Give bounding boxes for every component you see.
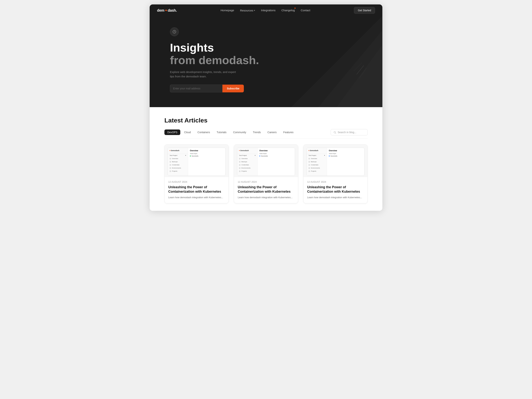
search-placeholder: Search in blog...	[338, 131, 356, 134]
tab-trends[interactable]: Trends	[250, 129, 264, 135]
tabs-list: DevOPS Cloud Containers Tutorials Commun…	[165, 129, 297, 135]
mini-nav-icon	[239, 171, 241, 172]
nav-link-changelog[interactable]: Changelog	[282, 9, 295, 12]
nav-item-changelog[interactable]: Changelog	[282, 9, 295, 12]
mini-stat-row: Successfu	[259, 155, 293, 157]
mini-project-selector: Test Project ▾	[307, 154, 327, 157]
get-started-button[interactable]: Get Started	[354, 7, 375, 14]
card-excerpt: Learn how demodash integration with Kube…	[168, 196, 225, 200]
mini-sidebar: Demodash Test Project ▾ Overview	[168, 148, 188, 176]
mini-nav-icon	[170, 161, 171, 163]
svg-line-4	[359, 68, 367, 78]
card-title: Unleashing the Power of Containerization…	[168, 185, 225, 194]
articles-section: Latest Articles DevOPS Cloud Containers …	[150, 107, 382, 211]
card-body: 12 August 2024 Unleashing the Power of C…	[304, 177, 367, 203]
mini-logo: Demodash	[309, 150, 318, 152]
mini-app-preview: Demodash Test Project ▾ Overview	[306, 148, 364, 176]
tab-containers[interactable]: Containers	[195, 129, 213, 135]
mini-nav-icon	[239, 158, 241, 159]
hero-title: Insights from demodash.	[170, 41, 266, 66]
mini-logo: Demodash	[239, 150, 249, 152]
mini-status-dot	[190, 156, 191, 157]
mini-nav-backups: Backups	[237, 160, 257, 163]
article-card[interactable]: Demodash Test Project ▾ Overview	[234, 145, 298, 203]
mini-nav-icon	[309, 158, 310, 159]
mini-nav-overview: Overview	[237, 157, 257, 160]
tab-devops[interactable]: DevOPS	[165, 129, 180, 135]
mini-nav-credentials: Credentials	[168, 163, 188, 166]
mini-content: Overview Total Deplo Successfu	[327, 148, 364, 176]
mini-stat-label: Total Deplo	[329, 153, 362, 154]
card-body: 12 August 2024 Unleashing the Power of C…	[234, 177, 298, 203]
article-card[interactable]: Demodash Test Project ▾ Overview	[165, 145, 229, 203]
clock-icon	[172, 30, 176, 34]
mini-status-dot	[259, 156, 260, 157]
mini-sidebar: Demodash Test Project ▾ Overview	[237, 148, 258, 176]
tab-features[interactable]: Features	[280, 129, 297, 135]
mini-nav-credentials: Credentials	[307, 163, 327, 166]
mini-nav-projects: Projects	[307, 170, 327, 173]
article-card[interactable]: Demodash Test Project ▾ Overview	[303, 145, 367, 203]
nav-item-homepage[interactable]: Homepage	[221, 9, 234, 12]
hero-subscribe-form: Subscribe	[170, 85, 244, 92]
hero-section: Insights from demodash. Explore web deve…	[150, 16, 382, 107]
mini-app-header: Demodash	[307, 150, 327, 153]
subscribe-button[interactable]: Subscribe	[222, 85, 244, 92]
svg-marker-1	[318, 31, 382, 107]
tab-tutorials[interactable]: Tutorials	[214, 129, 229, 135]
mini-nav-environments: Environments	[168, 166, 188, 170]
nav-item-contact[interactable]: Contact	[301, 9, 310, 12]
nav-link-homepage[interactable]: Homepage	[221, 9, 234, 12]
tab-cloud[interactable]: Cloud	[181, 129, 194, 135]
mini-nav-icon	[239, 164, 241, 166]
logo-text-part1: dem	[157, 8, 165, 13]
nav-item-resources[interactable]: Resources ▾	[240, 9, 255, 12]
mini-project-selector: Test Project ▾	[168, 154, 188, 157]
mini-sidebar: Demodash Test Project ▾ Overview	[307, 148, 327, 176]
card-body: 12 August 2024 Unleashing the Power of C…	[165, 177, 228, 203]
mini-nav-icon	[309, 167, 310, 169]
mini-chevron-icon: ▾	[185, 155, 186, 156]
mini-app-preview: Demodash Test Project ▾ Overview	[168, 148, 226, 176]
category-tabs-bar: DevOPS Cloud Containers Tutorials Commun…	[165, 129, 367, 139]
mini-nav-overview: Overview	[307, 157, 327, 160]
nav-link-contact[interactable]: Contact	[301, 9, 310, 12]
logo-dot-icon	[165, 10, 167, 11]
mini-nav-backups: Backups	[168, 160, 188, 163]
hero-decoration	[254, 16, 382, 107]
mini-nav-icon	[309, 164, 310, 166]
card-excerpt: Learn how demodash integration with Kube…	[238, 196, 294, 200]
search-box[interactable]: Search in blog...	[331, 129, 367, 135]
svg-line-3	[356, 65, 364, 75]
mini-logo-dot-icon	[239, 150, 240, 151]
chevron-down-icon: ▾	[254, 9, 255, 12]
hero-subtitle: Explore web development insights, trends…	[170, 70, 236, 79]
card-title: Unleashing the Power of Containerization…	[307, 185, 364, 194]
navbar: dem dash. Homepage Resources ▾ Integrati…	[150, 4, 382, 16]
mini-content: Overview Total Deplo Successfu	[258, 148, 295, 176]
card-date: 12 August 2024	[168, 181, 225, 183]
mini-logo-dot-icon	[309, 150, 309, 151]
card-excerpt: Learn how demodash integration with Kube…	[307, 196, 364, 200]
nav-item-integrations[interactable]: Integrations	[261, 9, 275, 12]
mini-nav-projects: Projects	[237, 170, 257, 173]
card-thumbnail: Demodash Test Project ▾ Overview	[165, 145, 228, 177]
nav-link-resources[interactable]: Resources ▾	[240, 9, 255, 12]
mini-app-preview: Demodash Test Project ▾ Overview	[237, 148, 295, 176]
mini-nav-environments: Environments	[237, 166, 257, 170]
mini-nav-icon	[170, 158, 171, 159]
email-input[interactable]	[170, 85, 222, 92]
mini-logo: Demodash	[170, 150, 179, 152]
mini-nav-backups: Backups	[307, 160, 327, 163]
mini-nav-environments: Environments	[307, 166, 327, 170]
mini-nav-icon	[239, 167, 241, 169]
mini-app-name: Demodash	[171, 150, 179, 152]
svg-line-8	[335, 133, 336, 133]
page-chrome: dem dash. Homepage Resources ▾ Integrati…	[150, 4, 382, 211]
tab-community[interactable]: Community	[230, 129, 249, 135]
tab-careers[interactable]: Careers	[265, 129, 280, 135]
mini-nav-icon	[170, 171, 171, 172]
nav-link-integrations[interactable]: Integrations	[261, 9, 275, 12]
search-icon	[333, 131, 336, 134]
svg-line-5	[354, 63, 362, 71]
